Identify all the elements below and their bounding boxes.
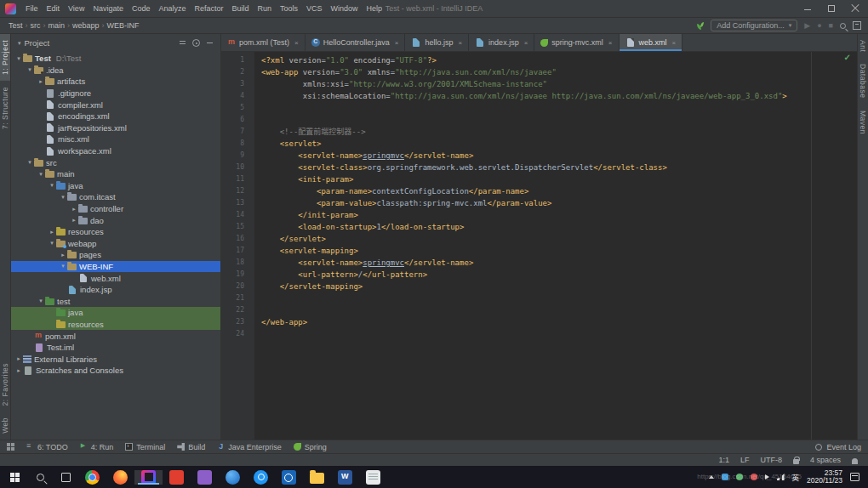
inspection-ok-icon[interactable]: ✓ — [844, 53, 851, 62]
file-explorer-taskbar-button[interactable] — [303, 470, 331, 485]
menu-refactor[interactable]: Refactor — [190, 3, 227, 14]
word-taskbar-button[interactable] — [331, 470, 359, 485]
gear-icon[interactable] — [192, 39, 200, 47]
tool-stripe-maven[interactable]: Maven — [858, 105, 868, 140]
menu-help[interactable]: Help — [363, 3, 387, 14]
firefox-taskbar-button[interactable] — [106, 470, 134, 485]
menu-window[interactable]: Window — [327, 3, 363, 14]
tab-web-xml[interactable]: web.xml× — [620, 34, 683, 51]
network-icon[interactable] — [777, 474, 785, 480]
tool-windows-icon[interactable] — [7, 443, 14, 451]
tab-hellocontroller-java[interactable]: HelloController.java× — [306, 34, 406, 51]
toolwindow-4-run[interactable]: 4: Run — [80, 443, 114, 451]
tab-hello-jsp[interactable]: hello.jsp× — [405, 34, 469, 51]
blue-sphere-app-taskbar-button[interactable] — [219, 470, 247, 485]
collapse-all-icon[interactable] — [179, 39, 186, 47]
tab-spring-mvc-xml[interactable]: spring-mvc.xml× — [534, 34, 619, 51]
add-configuration-button[interactable]: Add Configuration... ▾ — [711, 20, 797, 31]
tool-stripe-web[interactable]: Web — [0, 411, 10, 440]
tree-item-idea[interactable]: ▾.idea — [11, 65, 220, 77]
tree-item-test[interactable]: ▾test — [11, 295, 220, 307]
tree-item-gitignore[interactable]: .gitignore — [11, 88, 220, 99]
debug-button[interactable]: ● — [817, 21, 821, 30]
notification-center-icon[interactable] — [850, 473, 859, 481]
menu-vcs[interactable]: VCS — [302, 3, 327, 14]
tab-pom-xml-test[interactable]: pom.xml (Test)× — [221, 34, 306, 51]
toolwindow-spring[interactable]: Spring — [294, 443, 327, 451]
lock-icon[interactable] — [793, 459, 799, 464]
tool-windows-layout-icon[interactable] — [853, 21, 861, 30]
toolwindow-build[interactable]: Build — [177, 443, 205, 451]
tree-item-web-xml[interactable]: web.xml — [11, 272, 220, 284]
visual-studio-taskbar-button[interactable] — [191, 470, 219, 485]
tree-item-artifacts[interactable]: ▸artifacts — [11, 76, 220, 88]
close-tab-icon[interactable]: × — [458, 39, 462, 47]
taskbar-clock[interactable]: 23:57 2020/11/23 — [807, 469, 842, 485]
menu-analyze[interactable]: Analyze — [154, 3, 190, 14]
menu-tools[interactable]: Tools — [276, 3, 302, 14]
bell-icon[interactable] — [852, 458, 858, 464]
caret-position[interactable]: 1:1 — [718, 456, 729, 464]
line-separator[interactable]: LF — [740, 456, 750, 464]
menu-run[interactable]: Run — [254, 3, 277, 14]
tree-item-web-inf[interactable]: ▾WEB-INF — [11, 261, 220, 273]
menu-view[interactable]: View — [64, 3, 89, 14]
volume-icon[interactable] — [765, 474, 769, 479]
hide-panel-icon[interactable] — [206, 39, 214, 47]
tree-item-webapp[interactable]: ▾webapp — [11, 238, 220, 250]
chevron-down-icon[interactable]: ▾ — [18, 40, 21, 47]
menu-file[interactable]: File — [21, 3, 43, 14]
tree-item-resources[interactable]: resources — [11, 319, 220, 331]
tree-item-index-jsp[interactable]: index.jsp — [11, 284, 220, 296]
close-tab-icon[interactable]: × — [395, 39, 399, 47]
indent-size[interactable]: 4 spaces — [810, 456, 841, 464]
tree-item-controller[interactable]: ▸controller — [11, 203, 220, 215]
menu-navigate[interactable]: Navigate — [89, 3, 128, 14]
tree-item-java[interactable]: ▾java — [11, 180, 220, 192]
intellij-taskbar-button[interactable] — [134, 470, 163, 485]
breadcrumb-test[interactable]: Test — [7, 21, 25, 30]
tree-item-jarrepositories-xml[interactable]: jarRepositories.xml — [11, 122, 220, 134]
tab-index-jsp[interactable]: index.jsp× — [469, 34, 534, 51]
stop-button[interactable]: ■ — [829, 21, 833, 30]
toolwindow-6-todo[interactable]: 6: TODO — [26, 443, 68, 451]
tree-item-pom-xml[interactable]: pom.xml — [11, 330, 220, 342]
menu-build[interactable]: Build — [227, 3, 253, 14]
close-tab-icon[interactable]: × — [672, 39, 677, 47]
minimize-button[interactable] — [803, 4, 812, 13]
breadcrumb-src[interactable]: src — [29, 21, 43, 30]
toolwindow-java-enterprise[interactable]: Java Enterprise — [217, 443, 282, 451]
tree-item-src[interactable]: ▾src — [11, 156, 220, 168]
maximize-button[interactable] — [827, 4, 836, 13]
tree-item-com-itcast[interactable]: ▾com.itcast — [11, 191, 220, 203]
tree-item-misc-xml[interactable]: misc.xml — [11, 133, 220, 145]
input-language[interactable]: 英 — [792, 472, 800, 482]
taskbar-search-button[interactable] — [27, 466, 53, 488]
tool-stripe-2-favorites[interactable]: 2: Favorites — [0, 357, 10, 411]
tool-stripe-7-structure[interactable]: 7: Structure — [0, 81, 10, 135]
tree-item-scratches-and-consoles[interactable]: ▸Scratches and Consoles — [11, 365, 220, 377]
tray-expand-icon[interactable] — [709, 475, 714, 479]
tree-item-test-iml[interactable]: Test.iml — [11, 342, 220, 354]
close-tab-icon[interactable]: × — [294, 39, 299, 47]
tree-item-java[interactable]: java — [11, 307, 220, 319]
tree-item-resources[interactable]: ▸resources — [11, 226, 220, 238]
tray-app-icon[interactable] — [751, 474, 757, 480]
search-everywhere-button[interactable] — [840, 23, 846, 29]
tree-item-test[interactable]: ▾TestD:\Test — [11, 53, 220, 65]
close-tab-icon[interactable]: × — [608, 39, 613, 47]
event-log-button[interactable]: Event Log — [815, 443, 861, 451]
tree-item-dao[interactable]: ▸dao — [11, 214, 220, 226]
notes-app-taskbar-button[interactable] — [359, 470, 387, 485]
tool-stripe-1-project[interactable]: 1: Project — [0, 34, 10, 81]
menu-edit[interactable]: Edit — [43, 3, 65, 14]
close-button[interactable] — [851, 4, 859, 13]
tree-item-external-libraries[interactable]: ▸External Libraries — [11, 353, 220, 365]
task-view-button[interactable] — [53, 466, 78, 488]
tray-app-icon[interactable] — [736, 474, 743, 480]
blue-circle-app-taskbar-button[interactable] — [247, 470, 275, 485]
tree-item-workspace-xml[interactable]: workspace.xml — [11, 145, 220, 157]
tree-item-pages[interactable]: ▸pages — [11, 249, 220, 261]
code-area[interactable]: <?xml version="1.0" encoding="UTF-8"?><w… — [254, 52, 857, 440]
breadcrumb-webapp[interactable]: webapp — [71, 21, 101, 30]
